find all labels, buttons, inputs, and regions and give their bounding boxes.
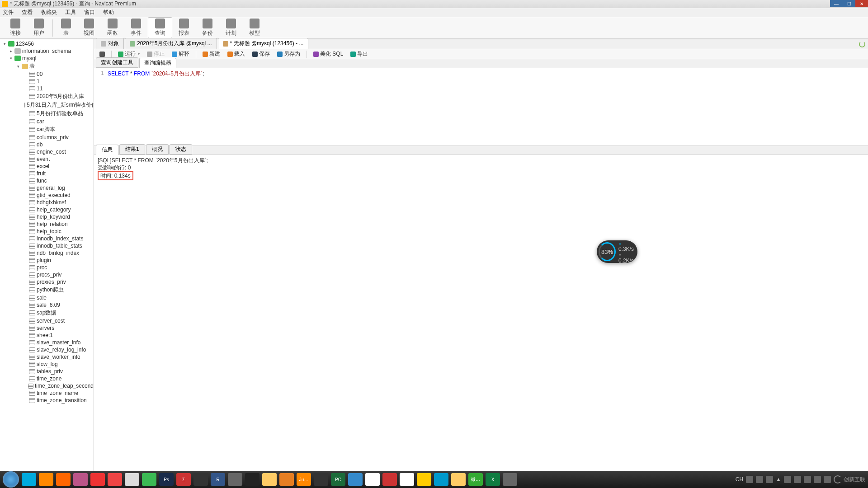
taskbar-photoshop[interactable]: Ps xyxy=(159,473,174,486)
taskbar-app-6[interactable] xyxy=(125,473,139,486)
toolbar-report[interactable]: 报表 xyxy=(172,18,196,38)
tree-table[interactable]: engine_cost xyxy=(0,148,94,155)
tab-query-editor[interactable]: 查询编辑器 xyxy=(139,58,176,68)
windows-taskbar[interactable]: Ps Σ R Ju… PC 微… X CH ▲ 创新互联 xyxy=(0,471,868,488)
tab-query-2[interactable]: * 无标题 @mysql (123456) - ... xyxy=(218,38,309,49)
tree-table[interactable]: gtid_executed xyxy=(0,192,94,199)
tree-table[interactable]: car脚本 xyxy=(0,125,94,134)
menu-help[interactable]: 帮助 xyxy=(103,9,114,16)
tree-table[interactable]: 5月份打折验收单品 xyxy=(0,109,94,118)
toolbar-backup[interactable]: 备份 xyxy=(196,18,219,38)
tree-db-mysql[interactable]: ▾mysql xyxy=(0,55,94,62)
tree-table[interactable]: 1 xyxy=(0,78,94,85)
tree-table[interactable]: innodb_index_stats xyxy=(0,235,94,242)
close-button[interactable]: ✕ xyxy=(855,0,868,7)
menu-view[interactable]: 查看 xyxy=(22,9,33,16)
tree-table[interactable]: 00 xyxy=(0,70,94,78)
sql-editor[interactable]: 1 SELECT * FROM `2020年5月份出入库`; xyxy=(94,68,868,146)
tray-icon[interactable] xyxy=(824,476,831,483)
tree-table[interactable]: 2020年5月份出入库 xyxy=(0,92,94,101)
taskbar-app-11[interactable] xyxy=(245,473,259,486)
start-button[interactable] xyxy=(3,471,19,488)
tree-table[interactable]: fruit xyxy=(0,170,94,177)
taskbar-qq[interactable] xyxy=(365,473,380,486)
taskbar-app-16[interactable] xyxy=(417,473,431,486)
tree-table[interactable]: help_topic xyxy=(0,228,94,235)
taskbar-app-8[interactable]: Σ xyxy=(176,473,191,486)
beautify-button[interactable]: 美化 SQL xyxy=(311,50,346,58)
tree-table[interactable]: proc xyxy=(0,264,94,271)
saveas-button[interactable]: 另存为 xyxy=(274,50,303,58)
tree-table[interactable]: slow_log xyxy=(0,361,94,368)
tree-table[interactable]: db xyxy=(0,141,94,148)
performance-widget[interactable]: 83% 0.3K/s 0.2K/s xyxy=(597,240,637,263)
tree-folder-tables[interactable]: ▾表 xyxy=(0,62,94,70)
tab-status[interactable]: 状态 xyxy=(170,144,192,155)
tree-db-information-schema[interactable]: ▸information_schema xyxy=(0,47,94,55)
tree-table[interactable]: slave_relay_log_info xyxy=(0,346,94,353)
taskbar-vscode[interactable] xyxy=(348,473,363,486)
tree-table[interactable]: excel xyxy=(0,163,94,170)
taskbar-app-12[interactable] xyxy=(262,473,277,486)
menu-file[interactable]: 文件 xyxy=(3,9,14,16)
tree-table[interactable]: help_keyword xyxy=(0,213,94,221)
tree-table[interactable]: hdhgfxhknsf xyxy=(0,199,94,206)
stop-button[interactable]: 停止 xyxy=(144,50,167,58)
toolbar-view[interactable]: 视图 xyxy=(77,18,101,38)
toolbar-connection[interactable]: 连接 xyxy=(4,18,27,38)
tab-result1[interactable]: 结果1 xyxy=(119,144,145,155)
taskbar-app-7[interactable] xyxy=(142,473,156,486)
tab-profile[interactable]: 概况 xyxy=(146,144,169,155)
tree-table[interactable]: tables_priv xyxy=(0,368,94,375)
tree-table[interactable]: innodb_table_stats xyxy=(0,242,94,249)
taskbar-wechat[interactable]: 微… xyxy=(468,473,483,486)
tree-table[interactable]: general_log xyxy=(0,184,94,192)
export-button[interactable]: 导出 xyxy=(348,50,371,58)
taskbar-app-18[interactable] xyxy=(451,473,466,486)
tray-icon[interactable] xyxy=(766,476,773,483)
refresh-icon[interactable] xyxy=(859,41,865,47)
tree-table[interactable]: python爬虫 xyxy=(0,286,94,294)
tree-table[interactable]: slave_worker_info xyxy=(0,353,94,361)
taskbar-app-9[interactable] xyxy=(193,473,208,486)
tree-table[interactable]: procs_priv xyxy=(0,271,94,278)
tree-table[interactable]: columns_priv xyxy=(0,134,94,141)
tree-table[interactable]: time_zone_leap_second xyxy=(0,382,94,389)
minimize-button[interactable]: — xyxy=(830,0,843,7)
taskbar-pycharm[interactable]: PC xyxy=(331,473,345,486)
system-tray[interactable]: CH ▲ 创新互联 xyxy=(736,475,865,483)
tree-table[interactable]: plugin xyxy=(0,257,94,264)
new-button[interactable]: 新建 xyxy=(200,50,223,58)
hamburger-button[interactable] xyxy=(97,51,108,57)
save-button[interactable]: 保存 xyxy=(250,50,273,58)
tree-table[interactable]: time_zone xyxy=(0,375,94,382)
taskbar-excel[interactable]: X xyxy=(486,473,500,486)
toolbar-model[interactable]: 模型 xyxy=(243,18,266,38)
taskbar-firefox[interactable] xyxy=(56,473,71,486)
tab-objects[interactable]: 对象 xyxy=(96,38,124,49)
tray-icon[interactable] xyxy=(746,476,753,483)
explain-button[interactable]: 解释 xyxy=(169,50,192,58)
taskbar-app-19[interactable] xyxy=(503,473,517,486)
tree-table[interactable]: event xyxy=(0,155,94,163)
menu-tools[interactable]: 工具 xyxy=(65,9,76,16)
tree-table[interactable]: sale xyxy=(0,294,94,301)
toolbar-event[interactable]: 事件 xyxy=(124,18,148,38)
tray-icon[interactable] xyxy=(756,476,763,483)
tray-icon[interactable] xyxy=(804,476,811,483)
tray-icon[interactable] xyxy=(784,476,791,483)
taskbar-app-13[interactable] xyxy=(279,473,294,486)
tree-table[interactable]: help_relation xyxy=(0,221,94,228)
tree-table[interactable]: server_cost xyxy=(0,317,94,324)
tray-icon[interactable] xyxy=(814,476,821,483)
tree-table[interactable]: slave_master_info xyxy=(0,339,94,346)
taskbar-app-5[interactable] xyxy=(108,473,122,486)
taskbar-app-3[interactable] xyxy=(73,473,88,486)
load-button[interactable]: 载入 xyxy=(225,50,248,58)
tree-table[interactable]: help_category xyxy=(0,206,94,213)
tree-table[interactable]: sale_6.09 xyxy=(0,301,94,309)
toolbar-function[interactable]: 函数 xyxy=(101,18,124,38)
menu-favorites[interactable]: 收藏夹 xyxy=(41,9,57,16)
tree-table[interactable]: proxies_priv xyxy=(0,278,94,286)
taskbar-chrome[interactable] xyxy=(400,473,414,486)
